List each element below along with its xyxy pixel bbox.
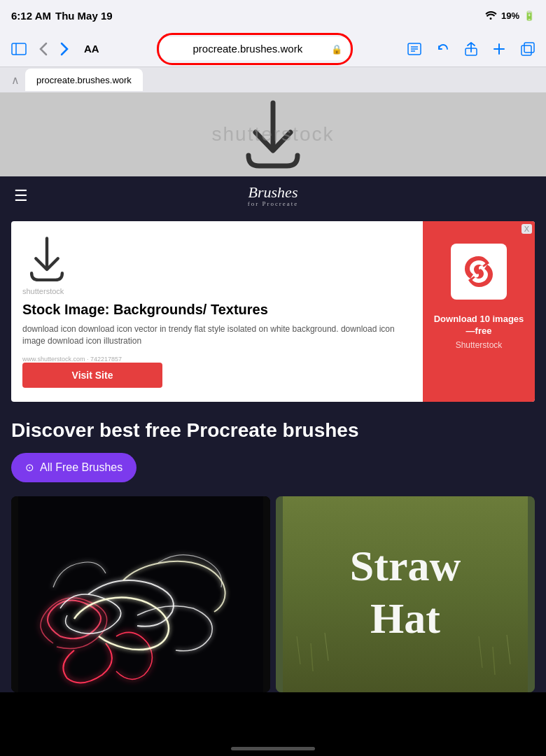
brush-card-straw-hat[interactable]: Straw Hat bbox=[276, 496, 535, 692]
search-icon: ⊙ bbox=[25, 461, 34, 474]
ad-url: www.shutterstock.com · 742217857 bbox=[22, 356, 412, 363]
reader-view-button[interactable] bbox=[405, 40, 424, 58]
site-logo: Brushes for Procreate bbox=[248, 184, 299, 208]
status-right: 19% 🔋 bbox=[484, 10, 535, 22]
forward-button[interactable] bbox=[57, 39, 71, 59]
url-bar-wrapper: procreate.brushes.work 🔒 bbox=[112, 37, 398, 60]
status-time: 6:12 AM bbox=[11, 10, 51, 22]
logo-main: Brushes bbox=[248, 183, 298, 201]
shutterstock-logo bbox=[451, 244, 507, 300]
tab-collapse-button[interactable]: ∧ bbox=[6, 71, 25, 90]
brush-preview-straw-hat: Straw Hat bbox=[276, 496, 535, 692]
brush-preview-neon bbox=[11, 496, 270, 692]
browser-right-icons bbox=[405, 39, 538, 59]
svg-rect-9 bbox=[522, 46, 531, 55]
ad-download-icon: shutterstock bbox=[22, 235, 412, 301]
page-heading: Discover best free Procreate brushes bbox=[11, 419, 535, 442]
status-date: Thu May 19 bbox=[55, 10, 113, 22]
shutterstock-preview: shutterstock bbox=[0, 92, 546, 176]
back-button[interactable] bbox=[36, 39, 50, 59]
ad-right-brand: Shutterstock bbox=[456, 340, 503, 350]
status-left: 6:12 AM Thu May 19 bbox=[11, 10, 113, 22]
url-display[interactable]: procreate.brushes.work bbox=[160, 37, 349, 60]
website-content: ☰ Brushes for Procreate X shutterstock S… bbox=[0, 176, 546, 692]
home-indicator bbox=[231, 747, 315, 750]
svg-rect-0 bbox=[12, 43, 26, 55]
tab-strip: ∧ procreate.brushes.work bbox=[0, 67, 546, 92]
ad-right-promo: Download 10 images—free bbox=[431, 314, 526, 337]
tab-label: procreate.brushes.work bbox=[36, 75, 132, 85]
brush-card-neon[interactable] bbox=[11, 496, 270, 692]
shutterstock-watermark: shutterstock bbox=[212, 123, 335, 146]
ad-content: Stock Image: Backgrounds/ Textures downl… bbox=[22, 301, 412, 363]
main-content: Discover best free Procreate brushes ⊙ A… bbox=[0, 407, 546, 693]
svg-rect-10 bbox=[524, 43, 534, 52]
share-button[interactable] bbox=[462, 39, 480, 59]
lock-icon: 🔒 bbox=[331, 43, 342, 54]
ad-title: Stock Image: Backgrounds/ Textures bbox=[22, 301, 412, 318]
add-bookmark-button[interactable] bbox=[490, 40, 508, 58]
browser-chrome: AA procreate.brushes.work 🔒 bbox=[0, 31, 546, 67]
site-nav: ☰ Brushes for Procreate bbox=[0, 176, 546, 216]
status-bar: 6:12 AM Thu May 19 19% 🔋 bbox=[0, 0, 546, 31]
svg-text:Straw: Straw bbox=[350, 542, 461, 589]
reader-mode-button[interactable]: AA bbox=[78, 40, 105, 57]
ad-close-button[interactable]: X bbox=[522, 224, 532, 234]
brush-grid: Straw Hat bbox=[11, 496, 535, 692]
wifi-icon bbox=[484, 10, 497, 22]
ad-right-panel: Download 10 images—free Shutterstock bbox=[423, 221, 535, 402]
ad-banner: X shutterstock Stock Image: Backgrounds/… bbox=[11, 221, 535, 402]
straw-hat-brush-art: Straw Hat bbox=[276, 496, 535, 692]
battery-icon: 🔋 bbox=[524, 10, 535, 21]
all-free-brushes-button[interactable]: ⊙ All Free Brushes bbox=[11, 453, 136, 482]
ad-watermark-text: shutterstock bbox=[22, 287, 412, 295]
neon-brush-art bbox=[11, 496, 270, 692]
battery-text: 19% bbox=[501, 10, 519, 21]
hamburger-icon[interactable]: ☰ bbox=[14, 187, 28, 205]
logo-sub: for Procreate bbox=[248, 201, 299, 208]
svg-rect-13 bbox=[18, 496, 263, 692]
active-tab[interactable]: procreate.brushes.work bbox=[25, 69, 143, 91]
tabs-button[interactable] bbox=[518, 39, 538, 59]
reload-button[interactable] bbox=[434, 40, 452, 58]
ad-left: shutterstock Stock Image: Backgrounds/ T… bbox=[11, 221, 423, 402]
svg-text:Hat: Hat bbox=[370, 594, 440, 642]
sidebar-toggle-button[interactable] bbox=[8, 40, 29, 58]
ad-description: download icon download icon vector in tr… bbox=[22, 323, 412, 347]
visit-site-button[interactable]: Visit Site bbox=[22, 363, 162, 388]
